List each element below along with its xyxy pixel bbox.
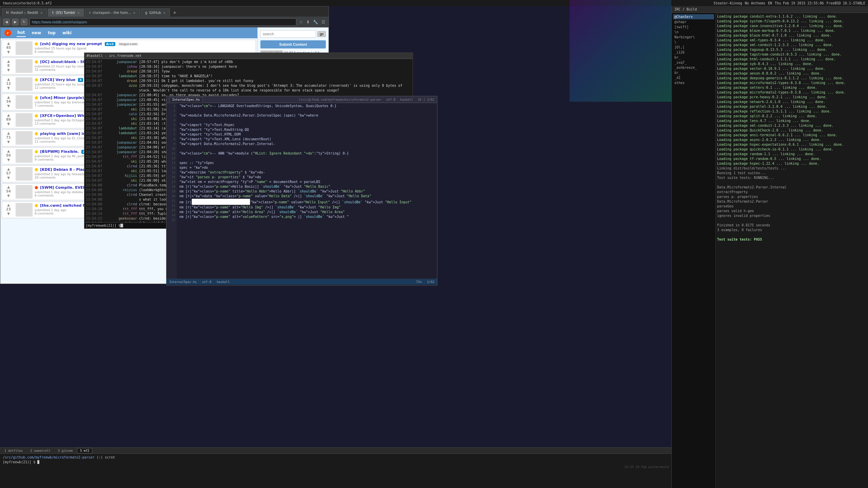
- nav-hot[interactable]: hot: [17, 29, 26, 37]
- term-tab-gitsom[interactable]: 3 gitsom: [55, 448, 76, 453]
- channel-item[interactable]: _zxq7_: [673, 60, 714, 65]
- downvote-button[interactable]: ▼: [7, 122, 10, 126]
- tab-close-github[interactable]: ×: [163, 11, 166, 15]
- reload-button[interactable]: ↻: [21, 19, 27, 25]
- upvote-button[interactable]: ▲: [7, 131, 10, 135]
- build-line: 3 examples, 0 failures: [717, 228, 867, 232]
- search-go-button[interactable]: go: [317, 31, 326, 37]
- status-dot: ●: [35, 185, 38, 190]
- status-pos: 71%: [416, 280, 421, 284]
- tab-label: Haskell :: Reddit: [11, 11, 38, 15]
- downvote-button[interactable]: ▼: [7, 176, 10, 180]
- irc-nick: lambdabot: [106, 74, 137, 79]
- channel-item[interactable]: @shapr: [673, 19, 714, 24]
- channel-item[interactable]: \: [673, 40, 714, 45]
- upvote-button[interactable]: ▲: [7, 185, 10, 189]
- upvote-button[interactable]: ▲: [7, 113, 10, 117]
- irc-timestamp: 23:54:07: [86, 150, 104, 155]
- post-thumbnail: [16, 113, 33, 127]
- post-meta: submitted 15 hours ago by ljgaret: [35, 47, 254, 50]
- channel-item[interactable]: br_: [673, 70, 714, 75]
- new-tab-button[interactable]: +: [171, 8, 179, 17]
- channel-item[interactable]: ]Ol,[: [673, 45, 714, 50]
- upvote-button[interactable]: ▲: [7, 59, 10, 63]
- post-title[interactable]: ● [zsh] digging my new prompt Arch imgur…: [35, 41, 254, 46]
- forward-button[interactable]: ▶: [12, 19, 19, 25]
- upvote-button[interactable]: ▲: [7, 149, 10, 153]
- channel-item[interactable]: Narbinger\: [673, 35, 714, 40]
- address-input[interactable]: [29, 18, 296, 26]
- line-number: 7: [168, 132, 175, 137]
- irc-message: [20:59:33] codygman, monochrome: I don't…: [139, 83, 411, 93]
- status-dot: ●: [35, 41, 38, 46]
- reddit-logo: r: [4, 29, 11, 36]
- terminal-body[interactable]: /src/github.com/myfreewb/microformats2-p…: [0, 454, 671, 488]
- code-content[interactable]: "kw">class="cm">-- LANGUAGE OverloadedSt…: [177, 103, 437, 279]
- channel-item[interactable]: br_: [673, 55, 714, 60]
- submit-content-button[interactable]: Submit Content: [260, 40, 326, 48]
- back-button[interactable]: ◀: [3, 19, 10, 25]
- line-col: 1k | 1/62: [418, 98, 434, 101]
- tab-tumblr[interactable]: t (55) Tumblr ×: [48, 8, 84, 17]
- tab-close-unixporn[interactable]: ×: [133, 11, 136, 15]
- code-line: nm [r|"kw">class="p-name">Hello Basic|] …: [179, 184, 434, 189]
- download-button[interactable]: ⬇: [306, 20, 310, 24]
- nav-wiki[interactable]: wiki: [62, 29, 72, 37]
- downvote-button[interactable]: ▼: [7, 140, 10, 144]
- code-line: "kw">import "ty">Text.XML.Lens (document…: [179, 137, 434, 142]
- extension-button[interactable]: 🔧: [313, 20, 318, 24]
- search-input[interactable]: [260, 30, 316, 38]
- tab-haskell-reddit[interactable]: H Haskell :: Reddit ×: [2, 8, 47, 17]
- term-tab-sweetroll[interactable]: 2 sweetroll: [27, 448, 54, 453]
- bookmark-button[interactable]: ☆: [299, 20, 303, 24]
- nav-top[interactable]: top: [47, 29, 56, 37]
- post-votes: ▲ 23 ▼: [3, 203, 14, 217]
- upvote-button[interactable]: ▲: [7, 203, 10, 207]
- downvote-button[interactable]: ▼: [7, 68, 10, 72]
- menu-button[interactable]: ☰: [321, 20, 325, 24]
- tab-close-tumblr[interactable]: ×: [77, 11, 80, 15]
- line-number: 23: [168, 208, 175, 213]
- upvote-button[interactable]: ▲: [7, 77, 10, 81]
- locale: EN: [768, 1, 772, 5]
- channel-item[interactable]: _d1: [673, 75, 714, 80]
- downvote-button[interactable]: ▼: [7, 104, 10, 108]
- term-tab-mf2[interactable]: 5 mf2: [77, 448, 92, 453]
- irc-message: [20:57:47] pls don't judge me i'm kind o…: [139, 60, 411, 64]
- post-votes: ▲ 71 ▼: [3, 131, 14, 145]
- sidebar-search: go: [260, 30, 326, 38]
- irc-nick: juanpaucar: [106, 102, 137, 107]
- channel-item[interactable]: _i126: [673, 50, 714, 55]
- vote-count: 12: [6, 82, 11, 85]
- channel-item[interactable]: @ChanServ: [673, 14, 714, 19]
- channel-item[interactable]: _ashbreeze_: [673, 65, 714, 70]
- irc-nick: ttt_fff: [106, 155, 137, 159]
- build-line: Loading package tf-random-0.5 ... linkin…: [717, 157, 867, 161]
- channel-item[interactable]: \n: [673, 29, 714, 35]
- nav-new[interactable]: new: [31, 29, 42, 37]
- downvote-button[interactable]: ▼: [7, 194, 10, 198]
- tab-github[interactable]: g GitHub ×: [141, 8, 170, 17]
- post-votes: ▲ 8 ▼: [3, 59, 14, 73]
- irc-line: 23:54:07lambdabot[20:58:37] time to "HAV…: [86, 74, 411, 79]
- upvote-button[interactable]: ▲: [7, 41, 10, 45]
- code-tab-internal-spec[interactable]: InternalSpec.hs: [169, 97, 203, 102]
- tab-close-haskell[interactable]: ×: [40, 11, 43, 15]
- downvote-button[interactable]: ▼: [7, 158, 10, 162]
- upvote-button[interactable]: ▲: [7, 95, 10, 99]
- irc-nick: juanpaucar: [106, 93, 137, 98]
- downvote-button[interactable]: ▼: [7, 86, 10, 90]
- channel-item[interactable]: [swift]: [673, 24, 714, 29]
- channel-item[interactable]: othex: [673, 80, 714, 85]
- tab-unixporn[interactable]: r r/unixporn - the hom... ×: [85, 8, 140, 17]
- downvote-button[interactable]: ▼: [7, 212, 10, 216]
- upvote-button[interactable]: ▲: [7, 167, 10, 171]
- post-thumbnail: [16, 167, 33, 181]
- user-info: Steater-Kinneg: [714, 1, 742, 5]
- vote-count: 71: [6, 136, 11, 139]
- code-line: [179, 156, 434, 161]
- term-tab-dotfiles[interactable]: 1 dotfiles: [1, 448, 26, 453]
- irc-timestamp: 23:54:07: [86, 117, 104, 121]
- downvote-button[interactable]: ▼: [7, 50, 10, 54]
- post-thumbnail: [16, 185, 33, 199]
